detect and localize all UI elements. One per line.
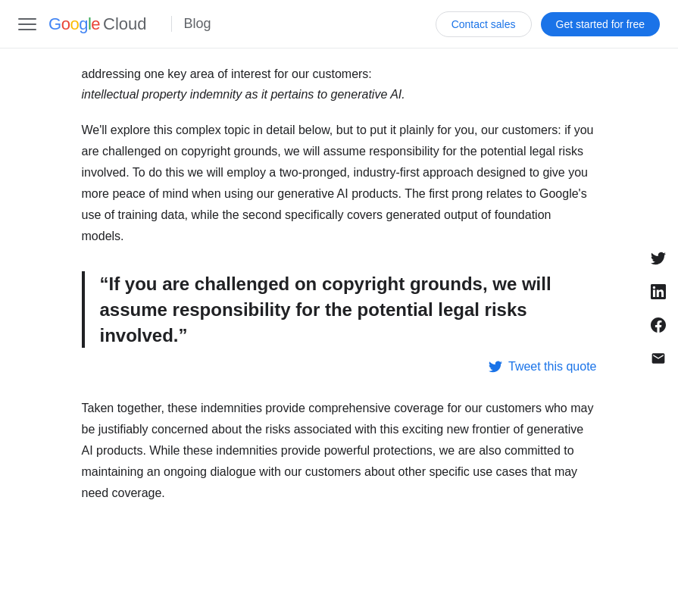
social-sidebar	[648, 248, 669, 369]
facebook-share-button[interactable]	[648, 314, 669, 336]
hamburger-menu-button[interactable]	[18, 15, 36, 33]
closing-paragraph: Taken together, these indemnities provid…	[82, 398, 597, 504]
twitter-share-button[interactable]	[648, 248, 669, 269]
twitter-icon	[489, 360, 502, 374]
header-left: Google Cloud Blog	[18, 14, 436, 34]
site-header: Google Cloud Blog Contact sales Get star…	[0, 0, 678, 48]
contact-sales-button[interactable]: Contact sales	[436, 11, 532, 37]
google-cloud-logo[interactable]: Google Cloud	[48, 14, 147, 34]
logo-cloud-text: Cloud	[103, 14, 146, 34]
tweet-quote-row: Tweet this quote	[82, 360, 597, 374]
linkedin-share-button[interactable]	[648, 281, 669, 302]
tweet-this-quote-button[interactable]: Tweet this quote	[489, 360, 597, 374]
blockquote-section: “If you are challenged on copyright grou…	[82, 271, 597, 348]
intro-paragraph: addressing one key area of interest for …	[82, 64, 597, 105]
blog-label: Blog	[171, 16, 211, 32]
tweet-quote-label: Tweet this quote	[508, 360, 597, 374]
logo-text: Google	[48, 14, 100, 34]
article-body: addressing one key area of interest for …	[82, 48, 597, 504]
blockquote-text: “If you are challenged on copyright grou…	[100, 271, 597, 348]
intro-text-plain: addressing one key area of interest for …	[82, 67, 372, 80]
get-started-button[interactable]: Get started for free	[541, 12, 661, 36]
intro-text-italic: intellectual property indemnity as it pe…	[82, 88, 405, 101]
email-share-button[interactable]	[648, 348, 669, 369]
body-paragraph-1: We'll explore this complex topic in deta…	[82, 120, 597, 247]
header-right: Contact sales Get started for free	[436, 11, 660, 37]
main-content: addressing one key area of interest for …	[52, 48, 627, 504]
